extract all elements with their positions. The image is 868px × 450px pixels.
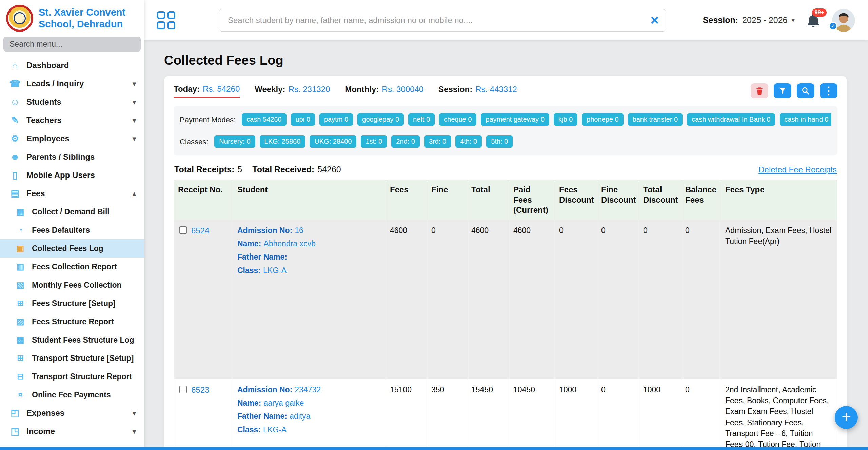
row-checkbox[interactable] xyxy=(179,226,187,234)
class-badge[interactable]: LKG: 25860 xyxy=(260,135,305,148)
class-badge[interactable]: UKG: 28400 xyxy=(310,135,356,148)
class-badge[interactable]: Nursery: 0 xyxy=(214,135,255,148)
column-header: Fees Type xyxy=(721,180,837,220)
fine-discount-cell: 0 xyxy=(597,379,639,450)
column-header: Total Discount xyxy=(639,180,681,220)
balance-fees-cell: 0 xyxy=(681,379,721,450)
payment-mode-badge[interactable]: payment gateway 0 xyxy=(481,113,549,126)
father-name-value: aditya xyxy=(290,412,310,421)
sidebar-item[interactable]: ¤ Online Fee Payments xyxy=(0,386,144,404)
menu-search-input[interactable] xyxy=(3,37,141,52)
sidebar-item-icon: ▦ xyxy=(14,207,26,217)
name-value[interactable]: Abhendra xcvb xyxy=(263,239,315,248)
add-button[interactable]: + xyxy=(835,406,858,429)
student-search-input[interactable] xyxy=(219,9,666,32)
stat-tab[interactable]: Today:Rs. 54260 xyxy=(174,84,240,98)
name-label: Name: xyxy=(237,398,261,407)
sidebar-item-icon: ⚙ xyxy=(9,133,21,144)
class-value: LKG-A xyxy=(263,266,287,275)
filter-button[interactable] xyxy=(774,83,791,98)
sidebar-item-icon: ☻ xyxy=(9,152,21,162)
more-options-button[interactable]: ⋮ xyxy=(820,83,837,98)
sidebar-item[interactable]: ◰ Expenses ▾ xyxy=(0,404,144,422)
sidebar-item-icon: ☺ xyxy=(9,97,21,107)
notifications-button[interactable]: 99+ xyxy=(806,13,821,28)
session-value: 2025 - 2026 xyxy=(742,15,787,25)
payment-mode-badge[interactable]: bank transfer 0 xyxy=(628,113,683,126)
sidebar-item[interactable]: ▧ Monthly Fees Collection xyxy=(0,276,144,294)
chevron-icon: ▴ xyxy=(133,189,136,198)
payment-mode-badge[interactable]: upi 0 xyxy=(291,113,315,126)
sidebar-item-label: Teachers xyxy=(26,116,62,125)
total-receipts-value: 5 xyxy=(237,165,242,175)
sidebar-item-label: Employees xyxy=(26,134,70,143)
notification-badge: 99+ xyxy=(812,8,827,17)
fees-type-cell: Admission, Exam Fees, Hostel Tution Fee(… xyxy=(721,220,837,379)
column-header: Fine xyxy=(427,180,467,220)
class-badge[interactable]: 1st: 0 xyxy=(361,135,387,148)
payment-mode-badge[interactable]: cash withdrawal In Bank 0 xyxy=(687,113,775,126)
sidebar-item[interactable]: ▥ Fees Collection Report xyxy=(0,258,144,276)
sidebar-item[interactable]: ▦ Collect / Demand Bill xyxy=(0,203,144,221)
apps-grid-icon[interactable] xyxy=(157,11,175,29)
delete-button[interactable] xyxy=(751,83,768,98)
payment-mode-badge[interactable]: cheque 0 xyxy=(439,113,476,126)
payment-mode-badge[interactable]: cash 54260 xyxy=(242,113,286,126)
class-badge[interactable]: 3rd: 0 xyxy=(424,135,451,148)
stat-tab[interactable]: Weekly:Rs. 231320 xyxy=(255,85,330,97)
name-value[interactable]: aarya gaike xyxy=(263,398,304,407)
fees-stats: Today:Rs. 54260 Weekly:Rs. 231320 Monthl… xyxy=(174,84,517,98)
payment-mode-badge[interactable]: kjb 0 xyxy=(554,113,577,126)
admission-value[interactable]: 16 xyxy=(295,226,303,235)
sidebar-item[interactable]: ☻ Parents / Siblings xyxy=(0,148,144,166)
chevron-icon: ▾ xyxy=(133,80,136,88)
classes-badges: Nursery: 0LKG: 25860UKG: 284001st: 02nd:… xyxy=(214,135,513,148)
sidebar-item[interactable]: ⌂ Dashboard xyxy=(0,56,144,75)
sidebar-item[interactable]: ☎ Leads / Inquiry ▾ xyxy=(0,75,144,93)
fees-cell: 15100 xyxy=(386,379,427,450)
sidebar-item[interactable]: ⚙ Employees ▾ xyxy=(0,129,144,148)
admission-value[interactable]: 234732 xyxy=(295,385,321,394)
row-checkbox[interactable] xyxy=(179,386,187,393)
horizontal-scrollbar[interactable] xyxy=(0,447,868,450)
deleted-fee-receipts-link[interactable]: Deleted Fee Receipts xyxy=(758,165,837,175)
sidebar-item-label: Transport Structure Report xyxy=(32,372,132,381)
table-row: 6523 Admission No:234732 Name:aarya gaik… xyxy=(174,379,837,450)
clear-search-icon[interactable]: × xyxy=(650,13,659,27)
receipt-link[interactable]: 6523 xyxy=(191,384,209,396)
table-search-button[interactable] xyxy=(797,83,814,98)
sidebar-item[interactable]: ▣ Collected Fees Log xyxy=(0,239,144,258)
sidebar-item[interactable]: ☺ Students ▾ xyxy=(0,93,144,111)
table-row: 6524 Admission No:16 Name:Abhendra xcvb … xyxy=(174,220,837,379)
sidebar-item[interactable]: ◔ Fees Defaulters xyxy=(0,221,144,239)
session-selector[interactable]: Session: 2025 - 2026 ▾ xyxy=(703,15,795,25)
sidebar-item[interactable]: ▨ Fees Structure Report xyxy=(0,312,144,331)
sidebar-item[interactable]: ⊞ Transport Structure [Setup] xyxy=(0,349,144,367)
receipt-link[interactable]: 6524 xyxy=(191,225,209,237)
sidebar-item-label: Fees Structure [Setup] xyxy=(32,299,116,308)
sidebar-item[interactable]: ⊞ Fees Structure [Setup] xyxy=(0,294,144,312)
payment-mode-badge[interactable]: neft 0 xyxy=(408,113,435,126)
sidebar-item[interactable]: ▤ Fees ▴ xyxy=(0,184,144,203)
class-badge[interactable]: 4th: 0 xyxy=(455,135,482,148)
fees-discount-cell: 1000 xyxy=(555,379,597,450)
table-header-row: Receipt No.StudentFeesFineTotalPaid Fees… xyxy=(174,180,837,220)
sidebar-item[interactable]: ▩ Student Fees Structure Log xyxy=(0,331,144,349)
payment-mode-badge[interactable]: cash in hand 0 xyxy=(780,113,831,126)
payment-mode-badge[interactable]: googlepay 0 xyxy=(357,113,404,126)
total-received-value: 54260 xyxy=(317,165,341,175)
sidebar-item[interactable]: ▯ Mobile App Users xyxy=(0,166,144,184)
sidebar-item-label: Dashboard xyxy=(26,61,69,70)
payment-mode-badge[interactable]: phonepe 0 xyxy=(582,113,624,126)
class-badge[interactable]: 2nd: 0 xyxy=(391,135,420,148)
payment-mode-badge[interactable]: paytm 0 xyxy=(319,113,353,126)
sidebar-item[interactable]: ⊟ Transport Structure Report xyxy=(0,367,144,386)
stat-tab[interactable]: Monthly:Rs. 300040 xyxy=(345,85,423,97)
sidebar-item[interactable]: ◳ Income ▾ xyxy=(0,422,144,441)
stat-tab[interactable]: Session:Rs. 443312 xyxy=(438,85,517,97)
fine-cell: 0 xyxy=(427,220,467,379)
class-badge[interactable]: 5th: 0 xyxy=(486,135,513,148)
balance-fees-cell: 0 xyxy=(681,220,721,379)
user-avatar[interactable]: ✓ xyxy=(832,9,855,32)
sidebar-item[interactable]: ✎ Teachers ▾ xyxy=(0,111,144,129)
